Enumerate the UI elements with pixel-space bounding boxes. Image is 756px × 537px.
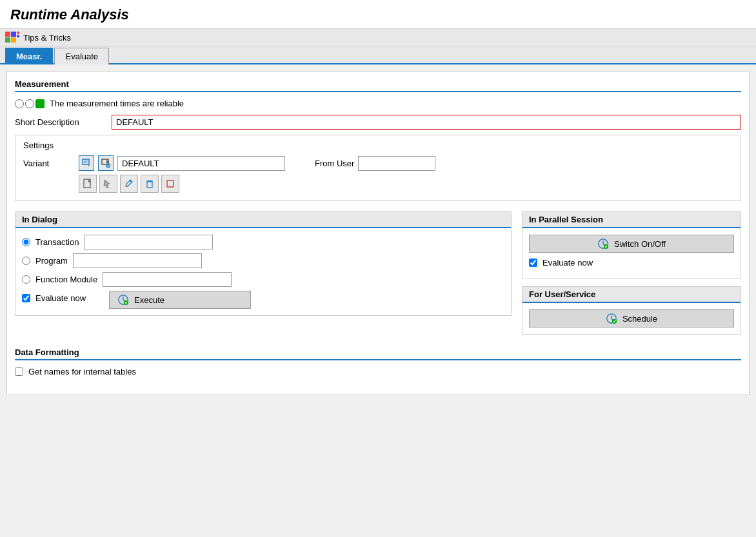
reliability-text: The measurement times are reliable	[50, 99, 184, 108]
data-formatting-header: Data Formatting	[15, 347, 741, 360]
switch-clock-icon	[597, 238, 609, 249]
svg-rect-0	[5, 32, 10, 37]
circle-1	[15, 99, 24, 108]
settings-title: Settings	[23, 141, 733, 150]
transaction-row: Transaction	[22, 235, 504, 249]
delete-icon-btn[interactable]	[141, 175, 159, 193]
in-dialog-body: Transaction Program Function Module	[15, 228, 511, 315]
variant-edit-icon	[82, 159, 91, 168]
measurement-section: Measurement The measurement times are re…	[15, 79, 741, 201]
get-names-label: Get names for internal tables	[28, 367, 136, 376]
svg-rect-2	[5, 37, 10, 43]
parallel-session-panel: In Parallel Session Switch On/Off E	[522, 211, 741, 278]
parallel-evaluate-row: Evaluate now	[529, 258, 734, 268]
program-radio[interactable]	[22, 257, 30, 265]
function-module-input[interactable]	[103, 272, 232, 287]
settings-box: Settings Variant	[15, 135, 741, 201]
function-module-radio[interactable]	[22, 275, 30, 284]
delete-icon	[144, 179, 155, 189]
svg-rect-16	[147, 182, 152, 188]
program-input[interactable]	[73, 253, 202, 268]
page-header: Runtime Analysis	[0, 0, 756, 29]
tab-measr[interactable]: Measr.	[5, 48, 53, 64]
get-names-row: Get names for internal tables	[15, 367, 741, 376]
variant-select-icon-btn[interactable]	[98, 155, 114, 171]
circle-3	[35, 99, 45, 108]
variant-select-icon	[101, 159, 110, 168]
get-names-checkbox[interactable]	[15, 367, 23, 376]
svg-rect-3	[11, 37, 16, 43]
svg-rect-20	[167, 181, 174, 187]
new-icon-btn[interactable]	[79, 175, 97, 193]
select2-icon-btn[interactable]	[99, 175, 117, 193]
schedule-clock-icon	[606, 313, 617, 324]
execute-button[interactable]: Execute	[109, 291, 251, 309]
toggle-circles	[15, 99, 45, 108]
stop-icon-btn[interactable]	[161, 175, 179, 193]
variant-input[interactable]	[117, 156, 285, 171]
program-label: Program	[35, 256, 68, 266]
action-icons-row	[79, 175, 733, 193]
transaction-label: Transaction	[35, 237, 79, 247]
execute-label: Execute	[134, 295, 164, 305]
parallel-evaluate-checkbox[interactable]	[529, 259, 537, 267]
edit-icon-btn[interactable]	[120, 175, 138, 193]
in-dialog-col: In Dialog Transaction Program	[15, 211, 512, 342]
from-user-label: From User	[315, 159, 354, 168]
svg-rect-5	[17, 35, 19, 37]
execute-clock-icon	[117, 294, 129, 306]
tab-bar: Measr. Evaluate	[0, 46, 756, 64]
for-user-service-panel: For User/Service Schedule	[522, 286, 741, 335]
svg-rect-6	[83, 159, 89, 164]
evaluate-now-row: Evaluate now	[22, 293, 86, 303]
tips-tricks-icon	[5, 32, 19, 43]
parallel-evaluate-label: Evaluate now	[542, 258, 593, 268]
switch-on-off-button[interactable]: Switch On/Off	[529, 235, 734, 253]
data-formatting-section: Data Formatting Get names for internal t…	[15, 347, 741, 376]
right-col: In Parallel Session Switch On/Off E	[522, 211, 741, 342]
edit-icon	[124, 179, 134, 189]
stop-icon	[165, 179, 175, 189]
two-col-layout: In Dialog Transaction Program	[15, 211, 741, 342]
tips-tricks-label: Tips & Tricks	[23, 33, 71, 43]
function-module-row: Function Module	[22, 272, 504, 287]
switch-label: Switch On/Off	[614, 239, 666, 249]
short-description-label: Short Description	[15, 117, 105, 127]
schedule-button[interactable]: Schedule	[529, 309, 734, 327]
for-user-service-header: For User/Service	[522, 287, 741, 303]
svg-rect-4	[17, 32, 19, 34]
program-row: Program	[22, 253, 504, 268]
measurement-section-header: Measurement	[15, 79, 741, 92]
toolbar: Tips & Tricks	[0, 29, 756, 46]
for-user-service-body: Schedule	[522, 303, 741, 334]
reliability-row: The measurement times are reliable	[15, 99, 741, 108]
parallel-session-header: In Parallel Session	[522, 212, 741, 228]
in-dialog-header: In Dialog	[15, 212, 511, 228]
variant-label: Variant	[23, 159, 75, 168]
evaluate-now-label: Evaluate now	[35, 293, 86, 303]
from-user-input[interactable]	[358, 156, 435, 171]
variant-row: Variant	[23, 155, 733, 171]
short-description-input[interactable]	[112, 115, 741, 130]
schedule-label: Schedule	[622, 314, 657, 324]
tab-evaluate[interactable]: Evaluate	[54, 48, 109, 64]
evaluate-now-checkbox[interactable]	[22, 294, 30, 302]
in-dialog-panel: In Dialog Transaction Program	[15, 211, 512, 316]
svg-rect-1	[11, 32, 16, 37]
parallel-session-body: Switch On/Off Evaluate now	[522, 228, 741, 278]
select2-icon	[103, 179, 114, 189]
main-content: Measurement The measurement times are re…	[6, 71, 750, 395]
function-module-label: Function Module	[35, 275, 97, 284]
circle-2	[25, 99, 34, 108]
evaluate-execute-row: Evaluate now Execute	[22, 291, 504, 309]
new-icon	[83, 179, 93, 189]
variant-edit-icon-btn[interactable]	[79, 155, 94, 171]
transaction-input[interactable]	[84, 235, 213, 249]
transaction-radio[interactable]	[22, 238, 30, 246]
page-title: Runtime Analysis	[10, 6, 746, 23]
short-description-row: Short Description	[15, 115, 741, 130]
